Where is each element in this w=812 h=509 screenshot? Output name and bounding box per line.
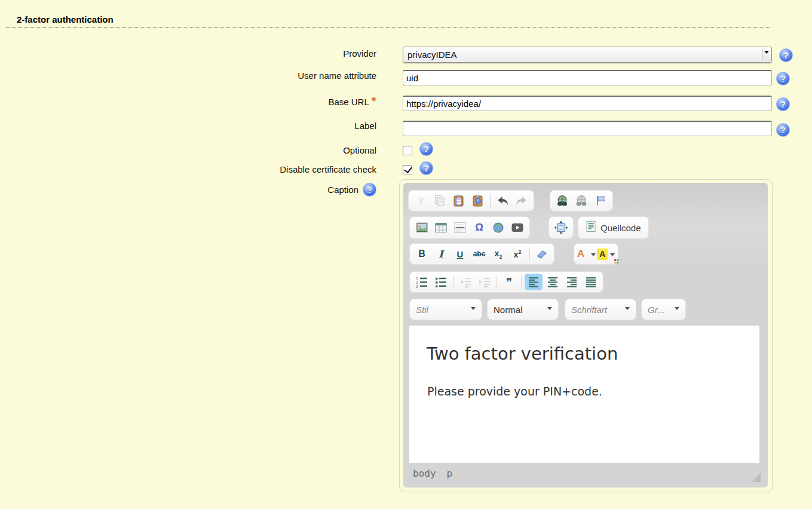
svg-text:3: 3 xyxy=(416,284,418,289)
toolbar-paragraph-group: 123 ❞ xyxy=(409,271,603,293)
undo-icon[interactable] xyxy=(494,192,511,209)
image-icon[interactable] xyxy=(413,219,431,236)
chevron-down-icon xyxy=(547,307,552,312)
toolbar-maximize-group xyxy=(549,216,574,239)
paste-from-word-icon[interactable] xyxy=(469,192,487,209)
element-path: body p xyxy=(413,468,452,479)
link-icon[interactable] xyxy=(553,192,571,209)
horizontal-rule-icon[interactable] xyxy=(451,219,469,236)
toolbar-insert-group: Ω xyxy=(409,216,530,239)
editor-chrome: ✂ xyxy=(403,183,768,487)
numbered-list-icon[interactable]: 123 xyxy=(413,274,431,290)
path-item-body[interactable]: body xyxy=(413,468,436,479)
unlink-icon[interactable] xyxy=(572,192,590,209)
provider-label: Provider xyxy=(343,48,376,59)
chevron-down-icon xyxy=(625,307,630,312)
anchor-flag-icon[interactable] xyxy=(592,192,609,209)
caption-label: Caption xyxy=(327,185,358,195)
toolbar-basicstyles-group: B I U abc x2 x2 xyxy=(409,243,554,265)
font-dropdown-value: Schriftart xyxy=(571,305,607,315)
table-icon[interactable] xyxy=(432,219,450,236)
maximize-icon[interactable] xyxy=(552,219,570,236)
provider-select-value: privacyIDEA xyxy=(407,50,457,60)
optional-label: Optional xyxy=(343,145,376,155)
help-icon[interactable]: ? xyxy=(779,48,793,62)
disable-certificate-check-label: Disable certificate check xyxy=(280,164,376,174)
background-color-icon[interactable]: A xyxy=(597,246,615,262)
chevron-down-icon xyxy=(471,307,476,312)
label-label: Label xyxy=(354,121,376,131)
help-icon[interactable]: ? xyxy=(776,72,790,85)
content-heading: Two factor verification xyxy=(427,344,618,364)
blockquote-icon[interactable]: ❞ xyxy=(500,274,518,290)
source-button[interactable]: Quellcode xyxy=(578,216,649,239)
toolbar-colors-group: A A xyxy=(574,243,618,265)
base-url-label: Base URL✱ xyxy=(328,96,376,107)
remove-format-icon[interactable] xyxy=(533,246,551,262)
underline-icon[interactable]: U xyxy=(451,246,469,262)
format-dropdown[interactable]: Normal xyxy=(487,299,559,320)
style-dropdown-value: Stil xyxy=(416,305,428,315)
toolbar-link-group xyxy=(550,190,613,211)
chevron-down-icon xyxy=(591,253,596,259)
bullet-list-icon[interactable] xyxy=(432,274,450,290)
disable-certificate-check-checkbox[interactable] xyxy=(403,165,412,174)
format-dropdown-value: Normal xyxy=(494,305,522,315)
italic-icon[interactable]: I xyxy=(432,246,450,262)
help-icon[interactable]: ? xyxy=(419,142,433,156)
user-name-attribute-input[interactable] xyxy=(403,70,772,85)
cut-icon[interactable]: ✂ xyxy=(412,192,430,209)
help-icon[interactable]: ? xyxy=(776,123,790,137)
text-color-icon[interactable]: A xyxy=(577,246,596,262)
toolbar-separator xyxy=(529,247,530,260)
toolbar-clipboard-group: ✂ xyxy=(408,190,534,211)
chevron-down-icon[interactable] xyxy=(762,48,770,61)
source-icon xyxy=(586,220,596,235)
subscript-icon[interactable]: x2 xyxy=(489,246,507,262)
redo-icon[interactable] xyxy=(513,192,531,209)
toolbar-separator xyxy=(453,275,454,289)
user-name-attribute-label: User name attribute xyxy=(298,70,376,81)
align-right-icon[interactable] xyxy=(563,274,581,290)
label-input[interactable] xyxy=(403,121,772,136)
content-paragraph: Please provide your PIN+code. xyxy=(427,385,602,398)
caption-label-row: Caption ? xyxy=(327,183,376,197)
style-dropdown[interactable]: Stil xyxy=(409,299,482,320)
strikethrough-icon[interactable]: abc xyxy=(470,246,488,262)
optional-checkbox[interactable] xyxy=(403,146,412,155)
help-icon[interactable]: ? xyxy=(363,183,376,197)
bold-icon[interactable]: B xyxy=(413,246,431,262)
provider-select[interactable]: privacyIDEA xyxy=(403,47,772,63)
paste-icon[interactable] xyxy=(450,192,468,209)
size-dropdown[interactable]: Gr... xyxy=(641,299,686,320)
toolbar-separator xyxy=(521,275,522,289)
required-marker: ✱ xyxy=(371,96,376,103)
section-title: 2-factor authentication xyxy=(17,14,114,24)
indent-icon[interactable] xyxy=(476,274,494,290)
superscript-icon[interactable]: x2 xyxy=(508,246,526,262)
help-icon[interactable]: ? xyxy=(776,97,790,111)
path-item-p[interactable]: p xyxy=(447,468,453,479)
special-character-icon[interactable]: Ω xyxy=(470,219,488,236)
base-url-input[interactable] xyxy=(403,96,772,111)
youtube-icon[interactable] xyxy=(508,219,526,236)
size-dropdown-value: Gr... xyxy=(648,305,665,315)
align-left-icon[interactable] xyxy=(525,274,543,290)
editor-content-area[interactable]: Two factor verification Please provide y… xyxy=(409,326,759,463)
toolbar-separator xyxy=(490,194,491,207)
font-dropdown[interactable]: Schriftart xyxy=(565,299,636,320)
align-center-icon[interactable] xyxy=(544,274,562,290)
color-swatch-icon xyxy=(614,259,618,263)
chevron-down-icon xyxy=(675,307,679,312)
resize-handle[interactable] xyxy=(752,473,761,482)
outdent-icon[interactable] xyxy=(456,274,474,290)
align-justify-icon[interactable] xyxy=(582,274,600,290)
section-divider xyxy=(5,14,770,27)
source-button-label: Quellcode xyxy=(600,223,641,233)
chevron-down-icon xyxy=(610,253,615,259)
toolbar-separator xyxy=(497,275,497,289)
iframe-globe-icon[interactable] xyxy=(489,219,507,236)
help-icon[interactable]: ? xyxy=(419,161,433,175)
copy-icon[interactable] xyxy=(431,192,449,209)
